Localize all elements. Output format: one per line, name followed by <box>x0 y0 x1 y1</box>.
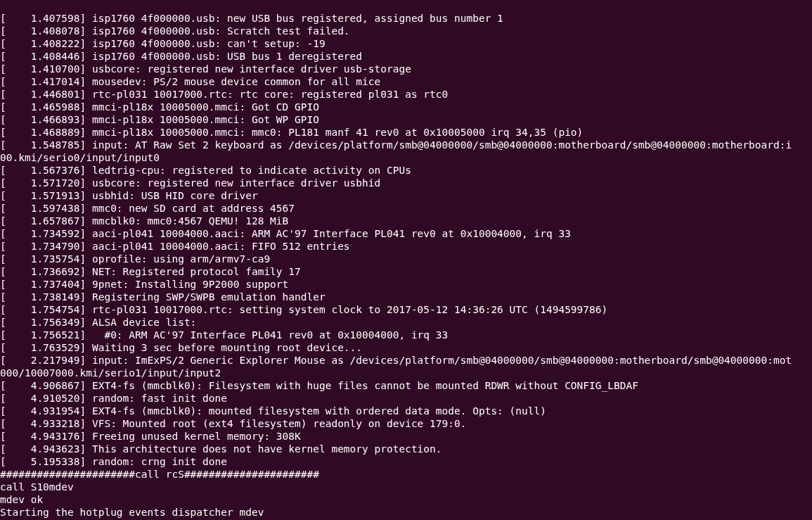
terminal-line: [ 2.217949] input: ImExPS/2 Generic Expl… <box>0 355 792 366</box>
terminal-line: [ 1.756521] #0: ARM AC'97 Interface PL04… <box>0 329 448 341</box>
terminal-line: [ 1.657867] mmcblk0: mmc0:4567 QEMU! 128… <box>0 215 288 227</box>
terminal-line: [ 1.567376] ledtrig-cpu: registered to i… <box>0 165 411 176</box>
terminal-line: [ 4.910520] random: fast init done <box>0 393 227 404</box>
terminal-line: [ 1.738149] Registering SWP/SWPB emulati… <box>0 291 326 303</box>
terminal-line: 00.kmi/serio0/input/input0 <box>0 152 160 163</box>
terminal-line: [ 1.734790] aaci-pl041 10004000.aaci: FI… <box>0 241 350 252</box>
terminal-line: ######################call rcS##########… <box>0 469 319 480</box>
terminal-line: [ 1.736692] NET: Registered protocol fam… <box>0 266 301 277</box>
terminal-line: [ 4.906867] EXT4-fs (mmcblk0): Filesyste… <box>0 380 638 391</box>
terminal-line: [ 4.931954] EXT4-fs (mmcblk0): mounted f… <box>0 405 546 417</box>
terminal-line: [ 1.734592] aaci-pl041 10004000.aaci: AR… <box>0 228 571 239</box>
terminal-line: [ 1.754754] rtc-pl031 10017000.rtc: sett… <box>0 304 607 315</box>
terminal-output[interactable]: [ 1.407598] isp1760 4f000000.usb: new US… <box>0 11 812 521</box>
terminal-line: [ 1.571913] usbhid: USB HID core driver <box>0 190 258 201</box>
terminal-line: [ 1.763529] Waiting 3 sec before mountin… <box>0 342 362 353</box>
terminal-line: [ 1.408222] isp1760 4f000000.usb: can't … <box>0 38 326 49</box>
terminal-line: [ 1.597438] mmc0: new SD card at address… <box>0 203 295 214</box>
terminal-line: [ 1.571720] usbcore: registered new inte… <box>0 177 380 189</box>
terminal-line: [ 1.408446] isp1760 4f000000.usb: USB bu… <box>0 51 362 62</box>
terminal-line: [ 1.417014] mousedev: PS/2 mouse device … <box>0 76 380 87</box>
terminal-line: mdev ok <box>0 494 43 505</box>
terminal-line: [ 1.756349] ALSA device list: <box>0 317 196 328</box>
terminal-line: [ 1.408078] isp1760 4f000000.usb: Scratc… <box>0 25 350 37</box>
terminal-line: [ 1.735754] oprofile: using arm/armv7-ca… <box>0 253 270 265</box>
terminal-line: call S10mdev <box>0 481 74 493</box>
terminal-line: [ 1.407598] isp1760 4f000000.usb: new US… <box>0 13 503 24</box>
terminal-line: [ 1.410700] usbcore: registered new inte… <box>0 63 411 75</box>
terminal-line: [ 1.465988] mmci-pl18x 10005000.mmci: Go… <box>0 101 319 113</box>
terminal-line: [ 5.195338] random: crng init done <box>0 456 227 467</box>
terminal-line: 000/10007000.kmi/serio1/input/input2 <box>0 367 221 379</box>
terminal-line: [ 1.466893] mmci-pl18x 10005000.mmci: Go… <box>0 114 319 125</box>
terminal-line: [ 4.943623] This architecture does not h… <box>0 443 442 455</box>
terminal-line: Starting the hotplug events dispatcher m… <box>0 507 264 518</box>
terminal-line: [ 1.446801] rtc-pl031 10017000.rtc: rtc … <box>0 89 448 100</box>
terminal-line: [ 4.933218] VFS: Mounted root (ext4 file… <box>0 418 466 429</box>
terminal-line: [ 1.737404] 9pnet: Installing 9P2000 sup… <box>0 279 288 290</box>
terminal-line: [ 1.548785] input: AT Raw Set 2 keyboard… <box>0 139 792 151</box>
terminal-line: [ 1.468889] mmci-pl18x 10005000.mmci: mm… <box>0 127 583 138</box>
terminal-line: [ 4.943176] Freeing unused kernel memory… <box>0 431 301 442</box>
